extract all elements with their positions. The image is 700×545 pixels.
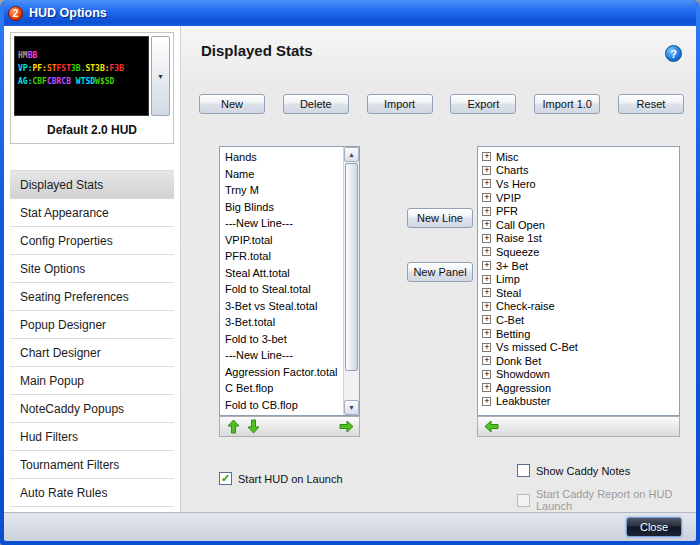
stat-category-label: Squeeze bbox=[496, 246, 539, 258]
expand-plus-icon[interactable] bbox=[482, 152, 491, 161]
move-right-icon[interactable] bbox=[336, 418, 356, 435]
stat-category-item[interactable]: 3+ Bet bbox=[482, 259, 679, 273]
stat-category-item[interactable]: Misc bbox=[482, 150, 679, 164]
expand-plus-icon[interactable] bbox=[482, 383, 491, 392]
stat-list-item[interactable]: Aggression Factor.total bbox=[225, 364, 343, 381]
stat-list-item[interactable]: Fold to 3-bet bbox=[225, 331, 343, 348]
stat-category-item[interactable]: Donk Bet bbox=[482, 354, 679, 368]
expand-plus-icon[interactable] bbox=[482, 370, 491, 379]
scroll-up-icon[interactable]: ▲ bbox=[344, 147, 359, 162]
move-up-icon[interactable] bbox=[223, 418, 243, 435]
toolbar-button[interactable]: Reset bbox=[618, 94, 684, 114]
checkbox-box bbox=[517, 494, 530, 507]
expand-plus-icon[interactable] bbox=[482, 261, 491, 270]
stat-category-label: Charts bbox=[496, 164, 528, 176]
stat-category-label: PFR bbox=[496, 205, 518, 217]
stat-category-item[interactable]: Vs missed C-Bet bbox=[482, 340, 679, 354]
close-button[interactable]: Close bbox=[626, 517, 682, 537]
sidebar-item[interactable]: Config Properties bbox=[10, 227, 174, 255]
sidebar-item[interactable]: Tournament Filters bbox=[10, 451, 174, 479]
stat-category-item[interactable]: Showdown bbox=[482, 368, 679, 382]
expand-plus-icon[interactable] bbox=[482, 247, 491, 256]
selected-stats-listbox[interactable]: Hands Name Trny M Big Blinds ---New Line… bbox=[219, 146, 360, 416]
main-panel: Displayed Stats ? New Delete Import Expo… bbox=[180, 26, 696, 512]
title-bar[interactable]: 2 HUD Options bbox=[4, 0, 696, 26]
sidebar-item[interactable]: Main Popup bbox=[10, 367, 174, 395]
sidebar-item[interactable]: Chart Designer bbox=[10, 339, 174, 367]
stat-category-item[interactable]: VPIP bbox=[482, 191, 679, 205]
stat-category-label: Misc bbox=[496, 151, 519, 163]
hud-profile-dropdown-button[interactable]: ▼ bbox=[151, 36, 170, 116]
stat-category-item[interactable]: Squeeze bbox=[482, 245, 679, 259]
stat-list-item[interactable]: Fold to Steal.total bbox=[225, 281, 343, 298]
toolbar-button[interactable]: Export bbox=[450, 94, 516, 114]
stat-category-item[interactable]: Aggression bbox=[482, 381, 679, 395]
expand-plus-icon[interactable] bbox=[482, 302, 491, 311]
stat-category-item[interactable]: Call Open bbox=[482, 218, 679, 232]
stat-list-item[interactable]: Fold to CB.flop bbox=[225, 397, 343, 414]
stat-list-item[interactable]: 3-Bet.total bbox=[225, 314, 343, 331]
stat-list-item[interactable]: Steal Att.total bbox=[225, 265, 343, 282]
expand-plus-icon[interactable] bbox=[482, 315, 491, 324]
stat-list-item[interactable]: PFR.total bbox=[225, 248, 343, 265]
expand-plus-icon[interactable] bbox=[482, 166, 491, 175]
stat-category-item[interactable]: Charts bbox=[482, 164, 679, 178]
stat-list-item[interactable]: ---New Line--- bbox=[225, 215, 343, 232]
stat-category-item[interactable]: PFR bbox=[482, 204, 679, 218]
expand-plus-icon[interactable] bbox=[482, 288, 491, 297]
stat-category-item[interactable]: Check-raise bbox=[482, 300, 679, 314]
help-icon[interactable]: ? bbox=[665, 45, 682, 62]
stat-category-item[interactable]: Leakbuster bbox=[482, 395, 679, 409]
sidebar-item[interactable]: Hud Filters bbox=[10, 423, 174, 451]
stat-categories-listbox[interactable]: Misc Charts Vs Hero bbox=[477, 146, 680, 416]
stat-category-item[interactable]: Steal bbox=[482, 286, 679, 300]
new-panel-button[interactable]: New Panel bbox=[407, 262, 473, 282]
expand-plus-icon[interactable] bbox=[482, 220, 491, 229]
stat-list-item[interactable]: Big Blinds bbox=[225, 199, 343, 216]
sidebar-item[interactable]: Stat Appearance bbox=[10, 199, 174, 227]
toolbar-button[interactable]: Import 1.0 bbox=[534, 94, 600, 114]
toolbar-button[interactable]: Import bbox=[367, 94, 433, 114]
expand-plus-icon[interactable] bbox=[482, 275, 491, 284]
move-left-icon[interactable] bbox=[481, 418, 501, 435]
toolbar-button[interactable]: New bbox=[199, 94, 265, 114]
toolbar-button[interactable]: Delete bbox=[283, 94, 349, 114]
checkbox-box[interactable] bbox=[517, 464, 530, 477]
checkbox-box[interactable]: ✓ bbox=[219, 472, 232, 485]
expand-plus-icon[interactable] bbox=[482, 397, 491, 406]
stat-list-item[interactable]: C Bet.flop bbox=[225, 380, 343, 397]
stat-list-item[interactable]: VPIP.total bbox=[225, 232, 343, 249]
scroll-down-icon[interactable]: ▼ bbox=[344, 400, 359, 415]
expand-plus-icon[interactable] bbox=[482, 207, 491, 216]
sidebar-item[interactable]: Auto Rate Rules bbox=[10, 479, 174, 507]
sidebar-item[interactable]: Seating Preferences bbox=[10, 283, 174, 311]
show-caddy-notes-checkbox[interactable]: Show Caddy Notes bbox=[517, 464, 630, 477]
stat-list-item[interactable]: 3-Bet vs Steal.total bbox=[225, 298, 343, 315]
sidebar-item[interactable]: Popup Designer bbox=[10, 311, 174, 339]
expand-plus-icon[interactable] bbox=[482, 234, 491, 243]
stat-category-item[interactable]: C-Bet bbox=[482, 313, 679, 327]
expand-plus-icon[interactable] bbox=[482, 356, 491, 365]
stat-list-item[interactable]: Hands bbox=[225, 149, 343, 166]
scroll-thumb[interactable] bbox=[345, 163, 358, 371]
sidebar-item[interactable]: NoteCaddy Popups bbox=[10, 395, 174, 423]
expand-plus-icon[interactable] bbox=[482, 179, 491, 188]
stat-category-item[interactable]: Vs Hero bbox=[482, 177, 679, 191]
start-hud-checkbox[interactable]: ✓ Start HUD on Launch bbox=[219, 472, 343, 485]
stat-category-item[interactable]: Limp bbox=[482, 272, 679, 286]
stat-category-item[interactable]: Betting bbox=[482, 327, 679, 341]
checkbox-label: Start Caddy Report on HUD Launch bbox=[536, 488, 696, 512]
new-line-button[interactable]: New Line bbox=[407, 208, 473, 228]
expand-plus-icon[interactable] bbox=[482, 193, 491, 202]
stat-category-item[interactable]: Raise 1st bbox=[482, 232, 679, 246]
move-down-icon[interactable] bbox=[243, 418, 263, 435]
selected-stats-rows: Hands Name Trny M Big Blinds ---New Line… bbox=[220, 147, 343, 415]
sidebar-item[interactable]: Site Options bbox=[10, 255, 174, 283]
stat-list-item[interactable]: Name bbox=[225, 166, 343, 183]
stat-list-item[interactable]: ---New Line--- bbox=[225, 347, 343, 364]
stat-list-item[interactable]: Trny M bbox=[225, 182, 343, 199]
sidebar-item[interactable]: Displayed Stats bbox=[10, 171, 174, 199]
expand-plus-icon[interactable] bbox=[482, 343, 491, 352]
scrollbar[interactable]: ▲ ▼ bbox=[343, 147, 359, 415]
expand-plus-icon[interactable] bbox=[482, 329, 491, 338]
